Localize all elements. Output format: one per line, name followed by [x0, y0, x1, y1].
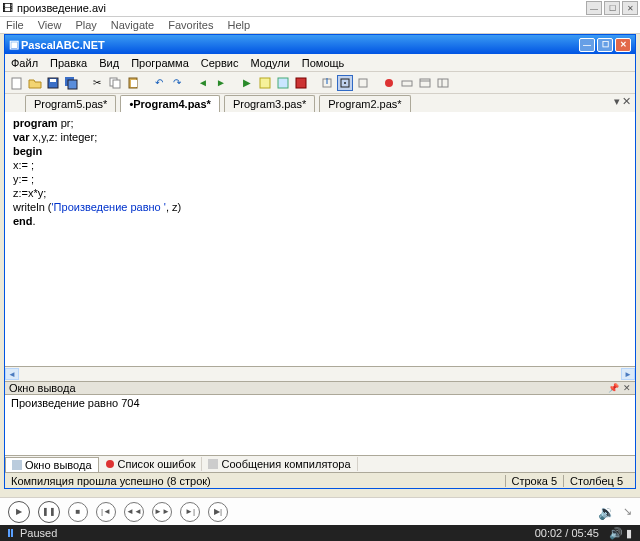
panel-icon[interactable]: [435, 75, 451, 91]
player-controls: ▶ ❚❚ ■ |◄ ◄◄ ►► ►| ▶| 🔉 ↘: [0, 497, 640, 525]
new-file-icon[interactable]: [9, 75, 25, 91]
nav-forward-icon[interactable]: ►: [213, 75, 229, 91]
code-keyword: begin: [13, 145, 42, 157]
tab-program3[interactable]: Program3.pas*: [224, 95, 315, 112]
svg-rect-8: [131, 80, 137, 87]
player-menu-icon[interactable]: 🔊 ▮: [609, 527, 632, 540]
open-file-icon[interactable]: [27, 75, 43, 91]
menu-item-edit[interactable]: Правка: [50, 57, 87, 69]
menu-favorites[interactable]: Favorites: [168, 19, 213, 31]
output-panel-header: Окно вывода 📌 ✕: [5, 381, 635, 395]
watch-icon[interactable]: [399, 75, 415, 91]
output-panel-body: Произведение равно 704: [5, 395, 635, 455]
paused-icon: [8, 529, 16, 537]
prev-track-button[interactable]: |◄: [96, 502, 116, 522]
menu-file[interactable]: File: [6, 19, 24, 31]
pascal-window: ▣ PascalABC.NET — ☐ ✕ Файл Правка Вид Пр…: [4, 34, 636, 489]
toolbar-separator: [81, 75, 87, 91]
stop-icon[interactable]: [293, 75, 309, 91]
output-tab-output[interactable]: Окно вывода: [5, 457, 99, 472]
breakpoint-icon[interactable]: [381, 75, 397, 91]
menu-help[interactable]: Help: [227, 19, 250, 31]
outer-close-button[interactable]: ✕: [622, 1, 638, 15]
scroll-right-icon[interactable]: ►: [621, 368, 635, 380]
copy-icon[interactable]: [107, 75, 123, 91]
save-icon[interactable]: [45, 75, 61, 91]
player-time: 00:02 / 05:45: [535, 527, 599, 539]
undo-icon[interactable]: ↶: [151, 75, 167, 91]
pause-button[interactable]: ❚❚: [38, 501, 60, 523]
pin-icon[interactable]: 📌: [608, 383, 619, 393]
tab-dropdown-icon[interactable]: ▾: [614, 95, 620, 108]
output-tab-compiler[interactable]: Сообщения компилятора: [202, 457, 357, 471]
svg-rect-2: [50, 79, 56, 82]
inner-maximize-button[interactable]: ☐: [597, 38, 613, 52]
menu-play[interactable]: Play: [75, 19, 96, 31]
tab-close-icon[interactable]: ✕: [622, 95, 631, 108]
panel-close-icon[interactable]: ✕: [623, 383, 631, 393]
step-frame-button[interactable]: ▶|: [208, 502, 228, 522]
svg-point-14: [344, 82, 346, 84]
code-keyword: end: [13, 215, 33, 227]
inner-window-title: PascalABC.NET: [19, 39, 577, 51]
status-line: Строка 5: [505, 475, 564, 487]
menu-item-view[interactable]: Вид: [99, 57, 119, 69]
window-icon[interactable]: [417, 75, 433, 91]
code-editor[interactable]: program pr; var x,y,z: integer; begin x:…: [5, 112, 635, 367]
menu-item-program[interactable]: Программа: [131, 57, 189, 69]
toolbar-separator: [231, 75, 237, 91]
svg-rect-18: [420, 79, 430, 87]
compile-icon[interactable]: [257, 75, 273, 91]
svg-rect-11: [296, 78, 306, 88]
menu-item-help[interactable]: Помощь: [302, 57, 345, 69]
mute-icon[interactable]: ↘: [623, 505, 632, 518]
tab-program5[interactable]: Program5.pas*: [25, 95, 116, 112]
outer-minimize-button[interactable]: —: [586, 1, 602, 15]
output-panel-title: Окно вывода: [9, 382, 604, 394]
play-button[interactable]: ▶: [8, 501, 30, 523]
output-tabs: Окно вывода Список ошибок Сообщения комп…: [5, 455, 635, 472]
menu-navigate[interactable]: Navigate: [111, 19, 154, 31]
step-into-icon[interactable]: [319, 75, 335, 91]
rewind-button[interactable]: ◄◄: [124, 502, 144, 522]
scroll-left-icon[interactable]: ◄: [5, 368, 19, 380]
stop-button[interactable]: ■: [68, 502, 88, 522]
redo-icon[interactable]: ↷: [169, 75, 185, 91]
output-tab-errors[interactable]: Список ошибок: [99, 457, 203, 471]
step-out-icon[interactable]: [355, 75, 371, 91]
tab-program2[interactable]: Program2.pas*: [319, 95, 410, 112]
status-bar: Компиляция прошла успешно (8 строк) Стро…: [5, 472, 635, 488]
horizontal-scrollbar[interactable]: ◄ ►: [5, 367, 635, 381]
film-icon: 🎞: [2, 2, 13, 14]
svg-rect-20: [438, 79, 448, 87]
player-state: Paused: [20, 527, 535, 539]
menu-item-modules[interactable]: Модули: [250, 57, 289, 69]
paste-icon[interactable]: [125, 75, 141, 91]
inner-minimize-button[interactable]: —: [579, 38, 595, 52]
cut-icon[interactable]: ✂: [89, 75, 105, 91]
build-icon[interactable]: [275, 75, 291, 91]
status-column: Столбец 5: [563, 475, 629, 487]
tab-program4[interactable]: •Program4.pas*: [120, 95, 220, 112]
menu-item-service[interactable]: Сервис: [201, 57, 239, 69]
nav-back-icon[interactable]: ◄: [195, 75, 211, 91]
toolbar: ✂ ↶ ↷ ◄ ► ▶: [5, 72, 635, 94]
error-tab-icon: [105, 459, 115, 469]
toolbar-separator: [187, 75, 193, 91]
svg-rect-4: [68, 80, 77, 89]
run-icon[interactable]: ▶: [239, 75, 255, 91]
status-message: Компиляция прошла успешно (8 строк): [11, 475, 505, 487]
output-tab-icon: [12, 460, 22, 470]
save-all-icon[interactable]: [63, 75, 79, 91]
svg-rect-22: [12, 460, 22, 470]
inner-close-button[interactable]: ✕: [615, 38, 631, 52]
volume-icon[interactable]: 🔉: [598, 504, 615, 520]
outer-titlebar: 🎞 произведение.avi — ☐ ✕: [0, 0, 640, 17]
outer-maximize-button[interactable]: ☐: [604, 1, 620, 15]
menu-view[interactable]: View: [38, 19, 62, 31]
menu-item-file[interactable]: Файл: [11, 57, 38, 69]
toolbar-separator: [311, 75, 317, 91]
step-over-icon[interactable]: [337, 75, 353, 91]
forward-button[interactable]: ►►: [152, 502, 172, 522]
next-track-button[interactable]: ►|: [180, 502, 200, 522]
